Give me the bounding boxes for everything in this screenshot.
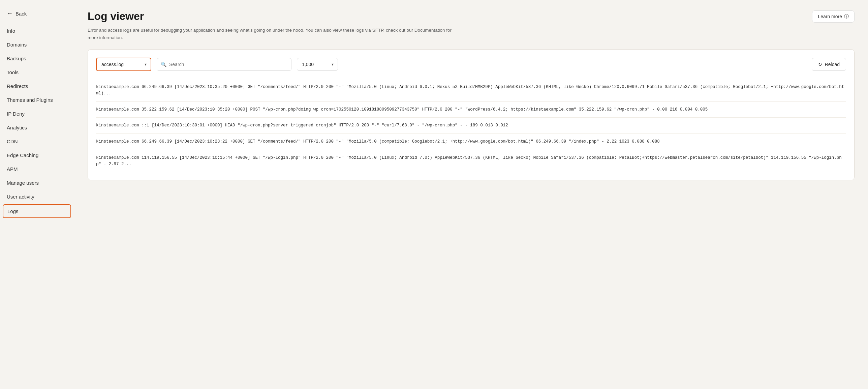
search-icon: 🔍 [161, 62, 166, 67]
sidebar-item-analytics[interactable]: Analytics [0, 121, 74, 134]
sidebar-nav: InfoDomainsBackupsToolsRedirectsThemes a… [0, 24, 74, 219]
log-file-select-wrapper: access.logerror.log ▾ [96, 58, 151, 71]
back-button[interactable]: ← Back [0, 7, 74, 24]
learn-more-label: Learn more [818, 14, 842, 19]
reload-label: Reload [825, 62, 840, 67]
reload-button[interactable]: ↻ Reload [812, 58, 846, 71]
page-description: Error and access logs are useful for deb… [88, 27, 458, 41]
main-content: Log viewer Learn more ⓘ Error and access… [74, 0, 868, 389]
log-file-select[interactable]: access.logerror.log [97, 58, 151, 70]
log-entry: kinstaexample.com ::1 [14/Dec/2023:10:30… [96, 118, 846, 134]
sidebar-item-domains[interactable]: Domains [0, 38, 74, 52]
log-entry: kinstaexample.com 114.119.156.55 [14/Dec… [96, 150, 846, 172]
back-arrow-icon: ← [7, 10, 13, 17]
info-icon: ⓘ [844, 13, 849, 20]
sidebar-item-user-activity[interactable]: User activity [0, 190, 74, 204]
sidebar-item-tools[interactable]: Tools [0, 65, 74, 79]
sidebar-item-apm[interactable]: APM [0, 162, 74, 176]
top-bar: Log viewer Learn more ⓘ [88, 10, 855, 23]
log-entries: kinstaexample.com 66.249.66.39 [14/Dec/2… [96, 79, 846, 172]
sidebar-item-backups[interactable]: Backups [0, 52, 74, 65]
search-input[interactable] [157, 58, 291, 71]
sidebar-item-ip-deny[interactable]: IP Deny [0, 107, 74, 121]
log-entry: kinstaexample.com 35.222.159.62 [14/Dec/… [96, 102, 846, 118]
count-select[interactable]: 1005001,0005,000 [297, 58, 338, 70]
log-entry: kinstaexample.com 66.249.66.39 [14/Dec/2… [96, 79, 846, 102]
back-label: Back [16, 11, 27, 17]
controls-row: access.logerror.log ▾ 🔍 1005001,0005,000… [96, 58, 846, 71]
log-container: access.logerror.log ▾ 🔍 1005001,0005,000… [88, 49, 855, 180]
sidebar: ← Back InfoDomainsBackupsToolsRedirectsT… [0, 0, 74, 389]
reload-icon: ↻ [818, 62, 822, 67]
sidebar-item-manage-users[interactable]: Manage users [0, 176, 74, 190]
sidebar-item-info[interactable]: Info [0, 24, 74, 38]
count-select-wrapper: 1005001,0005,000 ▾ [297, 58, 338, 71]
sidebar-item-cdn[interactable]: CDN [0, 134, 74, 148]
page-title: Log viewer [88, 10, 144, 23]
log-entry: kinstaexample.com 66.249.66.39 [14/Dec/2… [96, 134, 846, 150]
sidebar-item-edge-caching[interactable]: Edge Caching [0, 148, 74, 162]
learn-more-button[interactable]: Learn more ⓘ [812, 10, 855, 23]
sidebar-item-redirects[interactable]: Redirects [0, 79, 74, 93]
sidebar-item-themes-and-plugins[interactable]: Themes and Plugins [0, 93, 74, 107]
search-wrapper: 🔍 [157, 58, 291, 71]
sidebar-item-logs[interactable]: Logs [3, 204, 71, 218]
